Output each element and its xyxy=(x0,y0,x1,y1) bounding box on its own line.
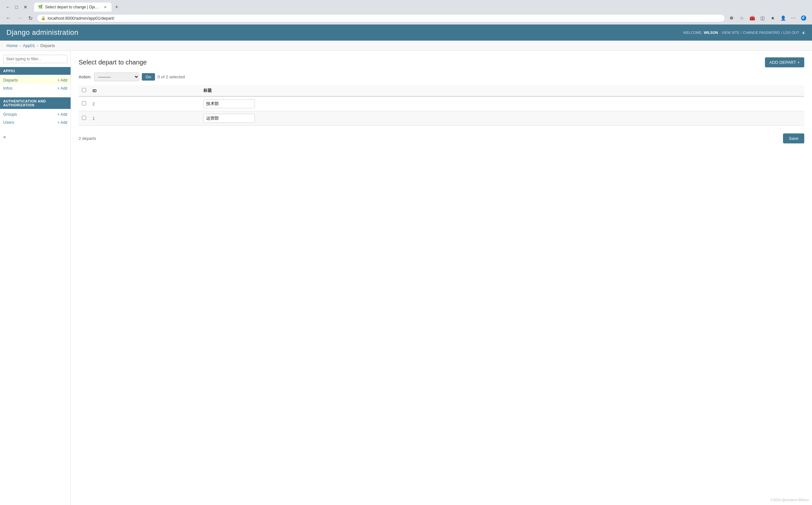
add-depart-label: ADD DEPART xyxy=(770,60,796,65)
sidebar-section-auth: AUTHENTICATION AND AUTHORIZATION Groups … xyxy=(0,97,70,126)
departs-count: 2 departs xyxy=(78,136,96,141)
sidebar-link-users[interactable]: Users xyxy=(3,120,14,125)
row-checkbox[interactable] xyxy=(82,116,86,120)
row-id-cell[interactable]: 1 xyxy=(89,111,200,126)
admin-title: Django administration xyxy=(6,28,78,37)
row-checkbox-cell[interactable] xyxy=(78,97,89,111)
nav-actions: ☸ ☆ 🧰 ◫ ★ 👤 ⋯ xyxy=(727,14,808,23)
sidebar-item-departs: Departs + Add xyxy=(0,76,70,84)
browser-chrome: − □ ✕ 🌿 Select depart to change | Django… xyxy=(0,0,812,24)
breadcrumb-sep2: › xyxy=(37,43,38,48)
breadcrumb-home[interactable]: Home xyxy=(6,43,18,48)
tab-title: Select depart to change | Django xyxy=(45,5,100,9)
sidebar-filter[interactable] xyxy=(3,55,67,63)
row-title: 运营部 xyxy=(203,114,255,123)
window-controls[interactable]: − □ ✕ xyxy=(4,4,29,11)
table-footer: 2 departs Save xyxy=(78,131,804,143)
sidebar-section-app01: APP01 Departs + Add Infos + Add xyxy=(0,67,70,92)
browser-navbar: ← → ↻ 🔒 localhost:8000/admin/app01/depar… xyxy=(0,12,812,24)
breadcrumb: Home › App01 › Departs xyxy=(0,41,812,51)
row-id-link[interactable]: 2 xyxy=(92,102,197,106)
sidebar-add-departs[interactable]: + Add xyxy=(57,78,67,82)
sidebar-link-departs[interactable]: Departs xyxy=(3,78,18,82)
sidebar-section-title-app01: APP01 xyxy=(0,67,70,75)
read-mode-button[interactable]: ☸ xyxy=(727,14,736,23)
favorites-button[interactable]: ☆ xyxy=(737,14,746,23)
table-row: 2 技术部 xyxy=(78,97,804,111)
add-depart-button[interactable]: ADD DEPART + xyxy=(765,57,804,67)
url-display: localhost:8000/admin/app01/depart/ xyxy=(48,16,721,21)
sidebar-collapse-button[interactable]: « xyxy=(0,132,70,142)
collections-button[interactable]: ★ xyxy=(768,14,777,23)
logout-link[interactable]: LOG OUT xyxy=(783,31,799,34)
sidebar-item-groups: Groups + Add xyxy=(0,110,70,118)
action-label: Action: xyxy=(78,74,91,79)
sidebar-add-users[interactable]: + Add xyxy=(57,120,67,125)
content-header: Select depart to change ADD DEPART + xyxy=(78,57,804,67)
admin-user-info: WELCOME, WILSON . VIEW SITE / CHANGE PAS… xyxy=(683,31,806,35)
maximize-button[interactable]: □ xyxy=(13,4,20,11)
row-id-cell[interactable]: 2 xyxy=(89,97,200,111)
action-go-button[interactable]: Go xyxy=(142,73,155,80)
change-password-link[interactable]: CHANGE PASSWORD xyxy=(743,31,780,34)
action-bar: Action: --------- Go 0 of 2 selected xyxy=(78,72,804,81)
row-checkbox[interactable] xyxy=(82,101,86,106)
new-tab-button[interactable]: + xyxy=(112,3,121,12)
row-checkbox-cell[interactable] xyxy=(78,111,89,126)
departs-table: ID 标题 2 技术部 1 xyxy=(78,85,804,126)
active-tab[interactable]: 🌿 Select depart to change | Django ✕ xyxy=(34,3,112,12)
col-id: ID xyxy=(89,85,200,97)
edge-logo xyxy=(799,14,808,23)
tab-favicon: 🌿 xyxy=(38,5,43,10)
row-title-cell: 运营部 xyxy=(200,111,804,126)
extensions-button[interactable]: 🧰 xyxy=(748,14,757,23)
more-button[interactable]: ⋯ xyxy=(789,14,798,23)
breadcrumb-current: Departs xyxy=(40,43,55,48)
row-title: 技术部 xyxy=(203,99,255,108)
reload-button[interactable]: ↻ xyxy=(26,14,35,23)
back-button[interactable]: ← xyxy=(4,14,13,23)
breadcrumb-app[interactable]: App01 xyxy=(23,43,35,48)
username: WILSON xyxy=(704,31,718,34)
select-all-header[interactable] xyxy=(78,85,89,97)
table-body: 2 技术部 1 运营部 xyxy=(78,97,804,126)
save-button[interactable]: Save xyxy=(783,133,804,143)
sidebar-link-infos[interactable]: Infos xyxy=(3,86,12,91)
slash2: / xyxy=(781,31,782,34)
table-header: ID 标题 xyxy=(78,85,804,97)
browser-sidebar-button[interactable]: ◫ xyxy=(758,14,767,23)
row-id-link[interactable]: 1 xyxy=(92,116,197,121)
separator1: . xyxy=(719,31,720,34)
tab-close-icon[interactable]: ✕ xyxy=(103,5,108,10)
address-bar[interactable]: 🔒 localhost:8000/admin/app01/depart/ xyxy=(37,14,725,22)
theme-toggle-icon[interactable]: ◐ xyxy=(802,31,806,35)
welcome-text: WELCOME, xyxy=(683,31,702,34)
col-title: 标题 xyxy=(200,85,804,97)
sidebar-item-users: Users + Add xyxy=(0,118,70,126)
page-wrapper: Django administration WELCOME, WILSON . … xyxy=(0,24,812,505)
page-title: Select depart to change xyxy=(78,59,147,66)
lock-icon: 🔒 xyxy=(41,16,46,20)
minimize-button[interactable]: − xyxy=(4,4,11,11)
breadcrumb-sep1: › xyxy=(20,43,21,48)
close-button[interactable]: ✕ xyxy=(22,4,29,11)
forward-button[interactable]: → xyxy=(15,14,24,23)
profile-button[interactable]: 👤 xyxy=(779,14,788,23)
main-content: Select depart to change ADD DEPART + Act… xyxy=(71,51,812,505)
sidebar-link-groups[interactable]: Groups xyxy=(3,112,17,117)
select-all-checkbox[interactable] xyxy=(82,88,86,92)
sidebar-add-groups[interactable]: + Add xyxy=(57,112,67,117)
sidebar-add-infos[interactable]: + Add xyxy=(57,86,67,91)
admin-header: Django administration WELCOME, WILSON . … xyxy=(0,24,812,41)
action-select[interactable]: --------- xyxy=(94,72,139,81)
add-depart-icon: + xyxy=(797,60,800,65)
sidebar-filter-input[interactable] xyxy=(3,55,67,63)
sidebar-section-title-auth: AUTHENTICATION AND AUTHORIZATION xyxy=(0,97,70,109)
browser-titlebar: − □ ✕ 🌿 Select depart to change | Django… xyxy=(0,0,812,12)
row-title-cell: 技术部 xyxy=(200,97,804,111)
view-site-link[interactable]: VIEW SITE xyxy=(722,31,740,34)
sidebar: APP01 Departs + Add Infos + Add AUTHENTI… xyxy=(0,51,71,505)
browser-tabs: 🌿 Select depart to change | Django ✕ + xyxy=(34,3,121,12)
watermark: CSDN @student-Wilson xyxy=(771,498,809,502)
table-header-row: ID 标题 xyxy=(78,85,804,97)
